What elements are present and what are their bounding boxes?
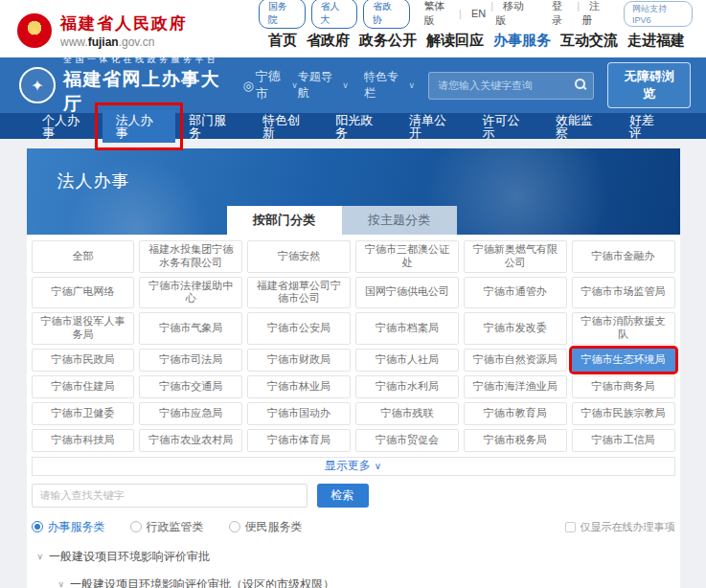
department-cell[interactable]: 宁德市退役军人事务局 — [32, 312, 135, 345]
main-nav-item[interactable]: 清单公开 — [396, 110, 469, 143]
portal-menu-item[interactable]: 特色专栏∨ — [364, 69, 415, 102]
department-cell[interactable]: 宁德新奥燃气有限公司 — [464, 240, 567, 273]
main-nav-item[interactable]: 效能监察 — [542, 110, 616, 143]
department-cell[interactable]: 全部 — [32, 240, 135, 273]
banner: 法人办事 按部门分类按主题分类 — [27, 148, 680, 235]
department-cell[interactable]: 宁德市三都澳公证处 — [355, 240, 459, 273]
department-cell[interactable]: 宁德市通管办 — [464, 277, 567, 309]
main-nav-item[interactable]: 好差评 — [616, 110, 677, 143]
department-cell[interactable]: 宁德市市场监管局 — [572, 277, 675, 309]
department-cell[interactable]: 宁德市发改委 — [464, 312, 567, 345]
department-cell[interactable]: 宁德市司法局 — [139, 349, 242, 372]
auth-link[interactable]: 注册 — [577, 0, 614, 28]
department-cell[interactable]: 宁德市档案局 — [355, 312, 459, 345]
department-cell[interactable]: 宁德市消防救援支队 — [572, 312, 675, 345]
language-link[interactable]: 移动版 — [490, 0, 537, 28]
chevron-down-icon: ∨ — [291, 80, 298, 90]
category-tab[interactable]: 按部门分类 — [227, 206, 342, 235]
department-cell[interactable]: 宁德市气象局 — [139, 312, 242, 345]
site-nav-item[interactable]: 政务公开 — [359, 32, 417, 50]
department-cell[interactable]: 宁德市公安局 — [247, 312, 351, 345]
main-nav-item[interactable]: 特色创新 — [249, 110, 323, 143]
site-nav-item[interactable]: 省政府 — [307, 32, 350, 50]
department-cell[interactable]: 宁德市应急局 — [139, 402, 242, 425]
department-cell[interactable]: 宁德市自然资源局 — [464, 349, 567, 372]
main-nav-item[interactable]: 个人办事 — [29, 110, 102, 143]
department-cell[interactable]: 福建水投集团宁德水务有限公司 — [139, 240, 242, 273]
department-cell[interactable]: 宁德广电网络 — [32, 277, 135, 309]
category-radio[interactable]: 便民服务类 — [229, 519, 303, 535]
portal-logo-glyph: ✦ — [31, 77, 43, 95]
department-cell[interactable]: 宁德市残联 — [355, 402, 459, 425]
quick-link-pill[interactable]: 国务院 — [259, 0, 306, 29]
department-cell[interactable]: 宁德市商务局 — [572, 375, 675, 398]
department-cell[interactable]: 宁德市税务局 — [464, 429, 567, 452]
show-more-button[interactable]: 显示更多 ∨ — [32, 457, 675, 476]
filter-row: 办事服务类 行政监管类 便民服务类 仅显示在线办理事项 — [32, 519, 675, 535]
department-cell[interactable]: 宁德市住建局 — [32, 375, 135, 398]
department-cell[interactable]: 宁德市卫健委 — [32, 402, 135, 425]
department-cell[interactable]: 宁德安然 — [247, 240, 351, 273]
main-nav-item[interactable]: 法人办事 — [102, 110, 176, 143]
site-brand[interactable]: ★ 福建省人民政府 www.fujian.gov.cn — [17, 4, 259, 57]
portal-title: 全国一体化在线政务服务平台 福建省网上办事大厅 — [63, 54, 230, 117]
language-links: 繁体版EN移动版 — [420, 0, 538, 28]
main-nav-item[interactable]: 阳光政务 — [322, 110, 396, 143]
accessibility-button[interactable]: 无障碍浏览 — [607, 62, 691, 108]
portal-search-input[interactable] — [428, 72, 594, 100]
auth-link[interactable]: 登录 — [547, 0, 577, 28]
department-cell[interactable]: 宁德市民政局 — [32, 349, 135, 372]
quick-link-pill[interactable]: 省人大 — [311, 0, 358, 29]
tree-item-level2[interactable]: ∨ 一般建设项目环境影响评价审批（设区的市级权限） — [58, 577, 675, 588]
category-radio[interactable]: 办事服务类 — [32, 519, 105, 535]
content-card: 全部福建水投集团宁德水务有限公司宁德安然宁德市三都澳公证处宁德新奥燃气有限公司宁… — [27, 235, 680, 588]
language-link[interactable]: 繁体版 — [420, 0, 459, 28]
site-nav-item[interactable]: 首页 — [268, 32, 297, 50]
radio-icon — [130, 521, 142, 532]
category-radio[interactable]: 行政监管类 — [130, 519, 204, 535]
site-nav-item[interactable]: 互动交流 — [560, 32, 618, 50]
quick-link-pill[interactable]: 省政协 — [363, 0, 410, 29]
search-icon[interactable] — [575, 79, 585, 89]
department-cell[interactable]: 宁德市海洋渔业局 — [464, 375, 567, 398]
category-radios: 办事服务类 行政监管类 便民服务类 — [32, 519, 328, 535]
department-cell[interactable]: 宁德市金融办 — [572, 240, 675, 273]
radio-icon — [229, 521, 240, 532]
site-nav-item[interactable]: 办事服务 — [493, 32, 551, 50]
portal-menu-item[interactable]: 专题导航∨ — [298, 69, 349, 102]
department-cell[interactable]: 福建省烟草公司宁德市公司 — [247, 277, 351, 309]
online-only-checkbox[interactable]: 仅显示在线办理事项 — [565, 520, 675, 534]
department-cell[interactable]: 宁德市林业局 — [247, 375, 351, 398]
department-cell[interactable]: 国网宁德供电公司 — [355, 277, 459, 309]
department-cell[interactable]: 宁德市工信局 — [572, 429, 675, 452]
department-cell[interactable]: 宁德市水利局 — [355, 375, 459, 398]
department-cell[interactable]: 宁德市法律援助中心 — [139, 277, 242, 309]
radio-icon — [32, 521, 43, 532]
site-name: 福建省人民政府 — [60, 12, 188, 34]
category-tab[interactable]: 按主题分类 — [342, 206, 457, 235]
department-grid: 全部福建水投集团宁德水务有限公司宁德安然宁德市三都澳公证处宁德新奥燃气有限公司宁… — [32, 240, 675, 452]
department-cell[interactable]: 宁德市生态环境局 — [572, 349, 675, 372]
department-cell[interactable]: 宁德市财政局 — [247, 349, 351, 372]
main-nav-item[interactable]: 部门服务 — [175, 110, 249, 143]
keyword-search-input[interactable] — [32, 484, 307, 508]
site-nav: 首页省政府政务公开解读回应办事服务互动交流走进福建 — [259, 32, 693, 50]
tree-item-level1[interactable]: ∨ 一般建设项目环境影响评价审批 — [37, 549, 675, 565]
department-cell[interactable]: 宁德市体育局 — [247, 429, 351, 452]
department-cell[interactable]: 宁德市人社局 — [355, 349, 459, 372]
department-cell[interactable]: 宁德市国动办 — [247, 402, 351, 425]
city-selector[interactable]: ◎ 宁德市 ∨ — [243, 68, 298, 102]
caret-down-icon: ∨ — [37, 552, 44, 561]
department-cell[interactable]: 宁德市科技局 — [32, 429, 135, 452]
department-cell[interactable]: 宁德市农业农村局 — [139, 429, 242, 452]
department-cell[interactable]: 宁德市交通局 — [139, 375, 242, 398]
language-link[interactable]: EN — [459, 8, 490, 19]
site-nav-item[interactable]: 走进福建 — [627, 32, 685, 50]
department-cell[interactable]: 宁德市教育局 — [464, 402, 567, 425]
department-cell[interactable]: 宁德市贸促会 — [355, 429, 459, 452]
site-nav-item[interactable]: 解读回应 — [426, 32, 484, 50]
search-button[interactable]: 检索 — [317, 484, 369, 508]
main-nav-item[interactable]: 许可公示 — [468, 110, 542, 143]
chevron-down-icon: ∨ — [375, 461, 381, 471]
department-cell[interactable]: 宁德市民族宗教局 — [572, 402, 675, 425]
